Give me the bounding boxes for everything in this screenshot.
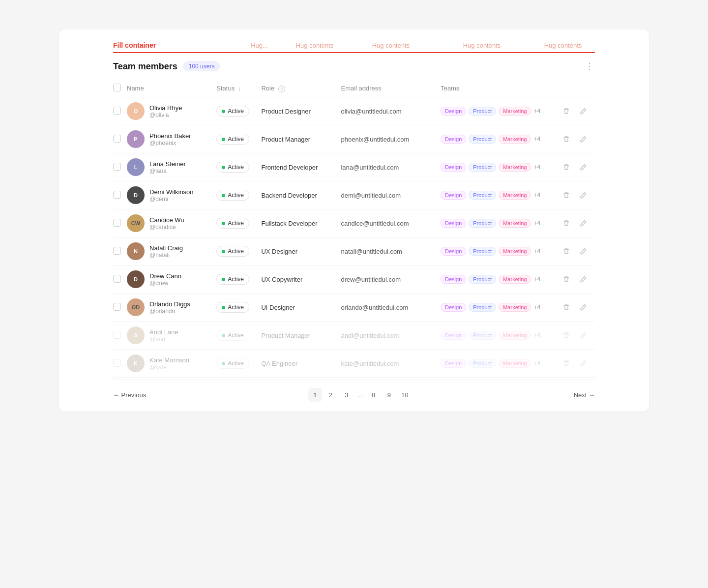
select-all-checkbox[interactable] [113, 84, 121, 91]
edit-button[interactable] [577, 357, 589, 369]
row-checkbox[interactable] [113, 191, 121, 199]
row-checkbox-cell[interactable] [113, 237, 127, 265]
team-tag-design[interactable]: Design [441, 219, 466, 228]
row-checkbox[interactable] [113, 219, 121, 227]
team-tag-design[interactable]: Design [441, 247, 466, 256]
team-tag-product[interactable]: Product [469, 219, 496, 228]
team-tag-marketing[interactable]: Marketing [499, 135, 531, 144]
email-text: drew@untitledui.com [341, 276, 401, 283]
delete-button[interactable] [560, 357, 572, 369]
edit-button[interactable] [577, 189, 589, 201]
edit-button[interactable] [577, 329, 589, 341]
row-checkbox[interactable] [113, 163, 121, 171]
team-tag-product[interactable]: Product [469, 247, 496, 256]
edit-button[interactable] [577, 217, 589, 229]
user-name: Drew Cano [149, 272, 181, 280]
email-cell: lana@untitledui.com [341, 153, 441, 181]
status-cell: Active [216, 350, 261, 378]
edit-button[interactable] [577, 245, 589, 257]
team-tag-product[interactable]: Product [469, 135, 496, 144]
role-text: Product Manager [261, 136, 310, 143]
team-tag-design[interactable]: Design [441, 107, 466, 116]
more-options-icon[interactable]: ⋮ [585, 61, 595, 72]
delete-button[interactable] [560, 161, 572, 173]
team-tag-product[interactable]: Product [469, 275, 496, 284]
edit-button[interactable] [577, 133, 589, 145]
page-9-button[interactable]: 9 [382, 388, 396, 402]
user-handle: @candice [149, 224, 184, 231]
teams-cell: Design Product Marketing +4 [441, 237, 560, 265]
page-8-button[interactable]: 8 [366, 388, 380, 402]
team-tag-design[interactable]: Design [441, 275, 466, 284]
status-column-header[interactable]: Status ↓ [216, 80, 261, 97]
page-3-button[interactable]: 3 [340, 388, 354, 402]
row-checkbox[interactable] [113, 247, 121, 255]
team-tag-design[interactable]: Design [441, 331, 466, 340]
team-tag-product[interactable]: Product [469, 163, 496, 172]
email-cell: demi@untitledui.com [341, 181, 441, 209]
team-tag-design[interactable]: Design [441, 135, 466, 144]
team-tag-marketing[interactable]: Marketing [499, 107, 531, 116]
prev-button[interactable]: ← Previous [113, 391, 146, 399]
page-10-button[interactable]: 10 [398, 388, 412, 402]
edit-button[interactable] [577, 105, 589, 117]
delete-button[interactable] [560, 105, 572, 117]
delete-button[interactable] [560, 301, 572, 313]
row-checkbox[interactable] [113, 359, 121, 367]
team-tag-design[interactable]: Design [441, 303, 466, 312]
row-checkbox-cell[interactable] [113, 153, 127, 181]
row-checkbox[interactable] [113, 303, 121, 311]
team-tag-marketing[interactable]: Marketing [499, 219, 531, 228]
row-checkbox[interactable] [113, 107, 121, 115]
row-checkbox[interactable] [113, 275, 121, 283]
teams-cell: Design Product Marketing +4 [441, 125, 560, 153]
team-tag-marketing[interactable]: Marketing [499, 247, 531, 256]
delete-button[interactable] [560, 245, 572, 257]
avatar: CW [127, 214, 145, 232]
row-checkbox-cell[interactable] [113, 125, 127, 153]
status-sort-icon: ↓ [238, 86, 241, 91]
team-tag-marketing[interactable]: Marketing [499, 275, 531, 284]
team-tag-product[interactable]: Product [469, 191, 496, 200]
user-name: Natali Craig [149, 244, 183, 252]
row-checkbox-cell[interactable] [113, 209, 127, 237]
row-checkbox-cell[interactable] [113, 294, 127, 322]
delete-button[interactable] [560, 189, 572, 201]
team-tag-product[interactable]: Product [469, 303, 496, 312]
team-tag-marketing[interactable]: Marketing [499, 331, 531, 340]
row-checkbox[interactable] [113, 331, 121, 339]
delete-button[interactable] [560, 273, 572, 285]
delete-button[interactable] [560, 217, 572, 229]
status-text: Active [228, 304, 244, 311]
row-checkbox[interactable] [113, 135, 121, 143]
team-tag-design[interactable]: Design [441, 163, 466, 172]
page-1-button[interactable]: 1 [308, 388, 322, 402]
team-tag-marketing[interactable]: Marketing [499, 163, 531, 172]
delete-button[interactable] [560, 329, 572, 341]
page-ellipsis: ... [355, 391, 365, 399]
edit-button[interactable] [577, 273, 589, 285]
team-tag-product[interactable]: Product [469, 359, 496, 368]
row-checkbox-cell[interactable] [113, 322, 127, 350]
edit-button[interactable] [577, 301, 589, 313]
select-all-header[interactable] [113, 80, 127, 97]
row-checkbox-cell[interactable] [113, 97, 127, 125]
team-tag-design[interactable]: Design [441, 191, 466, 200]
row-checkbox-cell[interactable] [113, 181, 127, 209]
email-cell: kate@untitledui.com [341, 350, 441, 378]
team-tag-marketing[interactable]: Marketing [499, 359, 531, 368]
team-tag-marketing[interactable]: Marketing [499, 303, 531, 312]
delete-button[interactable] [560, 133, 572, 145]
team-tag-design[interactable]: Design [441, 359, 466, 368]
row-checkbox-cell[interactable] [113, 350, 127, 378]
team-tag-product[interactable]: Product [469, 107, 496, 116]
row-checkbox-cell[interactable] [113, 265, 127, 294]
table-row: K Kate Morrison @kate Active QA Engineer… [113, 350, 595, 378]
next-button[interactable]: Next → [574, 391, 595, 399]
role-help-icon[interactable]: ? [278, 86, 285, 92]
edit-button[interactable] [577, 161, 589, 173]
team-tag-product[interactable]: Product [469, 331, 496, 340]
team-tag-marketing[interactable]: Marketing [499, 191, 531, 200]
page-2-button[interactable]: 2 [324, 388, 338, 402]
status-cell: Active [216, 322, 261, 350]
